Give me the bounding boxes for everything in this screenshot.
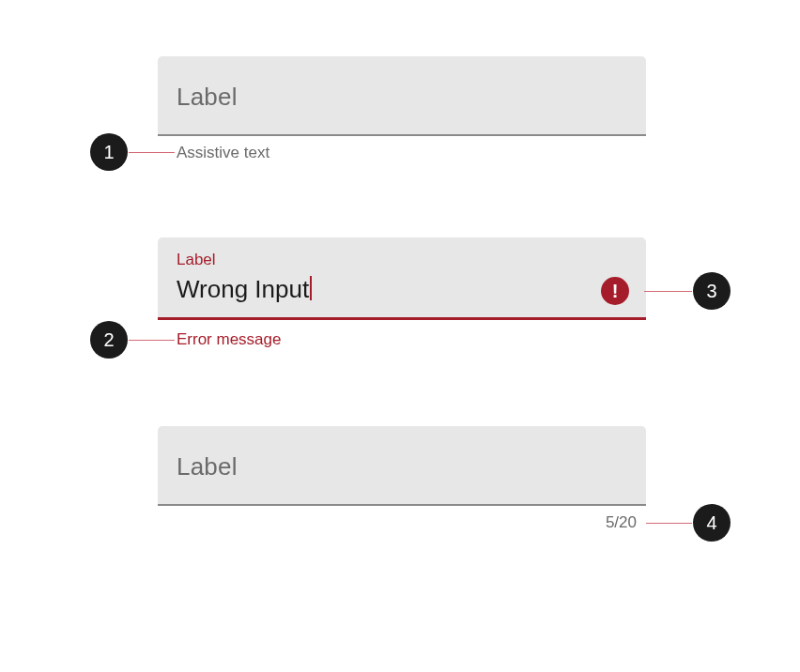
text-field-underline (158, 504, 646, 506)
diagram-canvas: Label Assistive text 1 Label Wrong Input… (0, 38, 800, 672)
text-caret (310, 276, 312, 300)
character-counter: 5/20 (158, 513, 646, 532)
text-field-label: Label (177, 452, 627, 481)
error-icon: ! (601, 277, 629, 305)
text-field-counter[interactable]: Label (158, 426, 646, 506)
text-field-underline-error (158, 317, 646, 320)
annotation-number: 4 (706, 512, 716, 534)
annotation-bubble-4: 4 (693, 504, 731, 542)
annotation-number: 1 (103, 142, 114, 163)
annotation-bubble-2: 2 (90, 321, 128, 359)
text-field-label: Label (177, 83, 627, 112)
annotation-number: 2 (103, 329, 114, 351)
annotation-number: 3 (706, 281, 716, 302)
annotation-connector-3 (644, 291, 692, 292)
error-message: Error message (158, 330, 646, 349)
text-field-floating-label: Label (158, 237, 646, 269)
text-field-error[interactable]: Label Wrong Input ! (158, 237, 646, 320)
text-field-default[interactable]: Label (158, 56, 646, 136)
annotation-connector-1 (129, 152, 175, 153)
annotation-bubble-1: 1 (90, 133, 128, 171)
text-field-underline (158, 134, 646, 136)
annotation-connector-4 (646, 523, 692, 524)
text-field-value: Wrong Input (158, 269, 646, 317)
annotation-bubble-3: 3 (693, 272, 731, 310)
annotation-connector-2 (129, 340, 175, 341)
assistive-text: Assistive text (158, 144, 646, 162)
